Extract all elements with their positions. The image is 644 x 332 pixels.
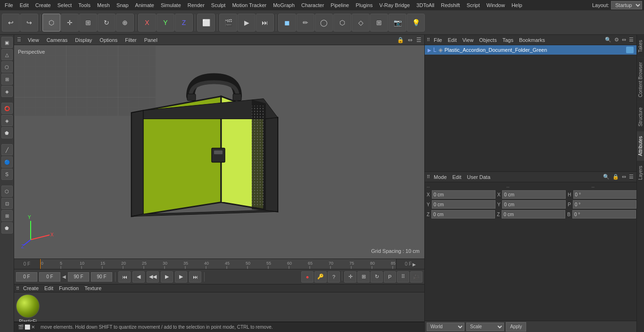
reverse-play-btn[interactable]: ◀◀ xyxy=(147,271,159,283)
sidebar-polygon-mode[interactable]: ⬡ xyxy=(1,61,13,73)
viewport-menu-panel[interactable]: Panel xyxy=(142,36,159,44)
menu-file[interactable]: File xyxy=(2,1,16,9)
viewport-lock-icon[interactable]: 🔒 xyxy=(396,37,405,43)
undo-btn[interactable]: ↩ xyxy=(2,14,20,32)
attr-lock-icon[interactable]: 🔒 xyxy=(611,173,620,180)
timeline-ruler[interactable]: 0 F 0 5 10 15 xyxy=(14,259,424,269)
obj-menu-icon[interactable]: ☰ xyxy=(628,36,635,43)
scale-dropdown[interactable]: Scale xyxy=(466,323,504,331)
grid-btn[interactable]: ⊞ xyxy=(370,14,388,32)
obj-settings-icon[interactable]: ⚙ xyxy=(613,36,620,43)
light-btn[interactable]: 💡 xyxy=(407,14,425,32)
obj-search-icon[interactable]: 🔍 xyxy=(604,36,612,43)
obj-item-folder[interactable]: ▶ L ◈ Plastic_Accordion_Document_Folder_… xyxy=(425,45,636,55)
move-tool-btn[interactable]: ✛ xyxy=(61,14,79,32)
attr-z-rot[interactable] xyxy=(502,210,565,219)
obj-menu-bookmarks[interactable]: Bookmarks xyxy=(517,36,547,44)
sidebar-object-mode[interactable]: ▣ xyxy=(1,37,13,48)
sidebar-tool9[interactable]: ⊞ xyxy=(1,210,13,221)
playback-preview-start[interactable] xyxy=(39,272,60,282)
field-btn[interactable]: ◇ xyxy=(352,14,370,32)
sidebar-tool5[interactable]: 🔵 xyxy=(1,156,13,168)
obj-menu-edit[interactable]: Edit xyxy=(446,36,459,44)
obj-menu-view[interactable]: View xyxy=(461,36,476,44)
attr-y-rot[interactable] xyxy=(502,200,566,209)
sidebar-tool8[interactable]: ⊡ xyxy=(1,198,13,209)
step-forward-btn[interactable]: ▶ xyxy=(175,271,187,283)
axis-x-btn[interactable]: X xyxy=(138,14,156,32)
menu-vray[interactable]: V-Ray Bridge xyxy=(377,1,413,9)
dots-btn[interactable]: ⠿ xyxy=(397,271,409,283)
play-btn[interactable]: ▶ xyxy=(161,271,173,283)
mat-menu-create[interactable]: Create xyxy=(21,284,41,292)
sidebar-tool7[interactable]: ⬡ xyxy=(1,186,13,197)
object-btn[interactable]: ⬜ xyxy=(197,14,215,32)
timeline-track[interactable]: 0 5 10 15 20 25 30 35 xyxy=(40,259,396,269)
menu-character[interactable]: Character xyxy=(298,1,327,9)
menu-mograph[interactable]: MoGraph xyxy=(270,1,297,9)
attr-menu-edit[interactable]: Edit xyxy=(451,173,463,181)
side-tab-content-browser[interactable]: Content Browser xyxy=(637,57,644,102)
viewport-menu-options[interactable]: Options xyxy=(98,36,119,44)
attr-search-icon[interactable]: 🔍 xyxy=(602,173,611,180)
menu-edit[interactable]: Edit xyxy=(17,1,32,9)
menu-3dtoall[interactable]: 3DToAll xyxy=(413,1,437,9)
cube-btn[interactable]: ◼ xyxy=(278,14,296,32)
menu-snap[interactable]: Snap xyxy=(114,1,132,9)
menu-window[interactable]: Window xyxy=(484,1,508,9)
scale-tool-btn[interactable]: ⊞ xyxy=(79,14,97,32)
playback-preview-end[interactable] xyxy=(68,272,89,282)
move-tool-tb[interactable]: ✛ xyxy=(344,271,356,283)
side-tab-attributes[interactable]: Attributes xyxy=(637,131,644,161)
sidebar-mode5[interactable]: ◈ xyxy=(1,86,13,97)
attr-z-pos[interactable] xyxy=(431,210,495,219)
timeline-end-arrow[interactable]: ▸ xyxy=(413,260,416,268)
sidebar-tool10[interactable]: ⬟ xyxy=(1,222,13,234)
rotate-tool-tb[interactable]: ↻ xyxy=(371,271,383,283)
obj-menu-tags[interactable]: Tags xyxy=(501,36,515,44)
material-item[interactable]: PlasticFi xyxy=(16,294,40,324)
pen-btn[interactable]: ✏ xyxy=(297,14,314,32)
rotate-tool-btn[interactable]: ↻ xyxy=(98,14,116,32)
camera-btn[interactable]: 🎥 xyxy=(410,271,422,283)
goto-start-btn[interactable]: ⏮ xyxy=(118,271,131,283)
menu-sculpt[interactable]: Sculpt xyxy=(208,1,229,9)
all-transform-btn[interactable]: ⊕ xyxy=(116,14,134,32)
menu-script[interactable]: Script xyxy=(464,1,483,9)
attr-x-pos[interactable] xyxy=(432,190,495,199)
viewport-menu-icon[interactable]: ☰ xyxy=(415,37,422,43)
status-icon-2[interactable]: ⬜ xyxy=(25,324,30,330)
side-tab-structure[interactable]: Structure xyxy=(637,102,644,131)
attr-menu-userdata[interactable]: User Data xyxy=(465,173,493,181)
menu-pipeline[interactable]: Pipeline xyxy=(328,1,352,9)
side-tab-layers[interactable]: Layers xyxy=(637,161,644,185)
deformer-btn[interactable]: ⬡ xyxy=(333,14,351,32)
side-tab-takes[interactable]: Takes xyxy=(637,35,644,57)
attr-h[interactable] xyxy=(573,190,637,199)
menu-tools[interactable]: Tools xyxy=(75,1,93,9)
menu-create[interactable]: Create xyxy=(33,1,54,9)
sidebar-tool6[interactable]: S xyxy=(1,169,13,180)
mat-menu-texture[interactable]: Texture xyxy=(83,284,103,292)
attr-arrows-icon[interactable]: ⇔ xyxy=(621,173,627,180)
apply-button[interactable]: Apply xyxy=(506,322,526,332)
render-all-btn[interactable]: ⏭ xyxy=(256,14,274,32)
3d-viewport[interactable]: Perspective X Y Z Grid Spacing : 10 cm xyxy=(14,45,424,259)
redo-btn[interactable]: ↪ xyxy=(20,14,38,32)
sidebar-tool2[interactable]: ◈ xyxy=(1,115,13,126)
attr-y-pos[interactable] xyxy=(432,200,495,209)
sidebar-tool4[interactable]: ╱ xyxy=(1,144,13,155)
attr-menu-mode[interactable]: Mode xyxy=(432,173,449,181)
keyframe-btn[interactable]: 🔑 xyxy=(314,271,327,283)
menu-render[interactable]: Render xyxy=(185,1,207,9)
sidebar-uvw-mode[interactable]: ⊞ xyxy=(1,73,13,85)
menu-simulate[interactable]: Simulate xyxy=(158,1,184,9)
mat-menu-edit[interactable]: Edit xyxy=(42,284,55,292)
menu-help[interactable]: Help xyxy=(509,1,525,9)
cam-btn[interactable]: 📷 xyxy=(388,14,406,32)
step-back-btn[interactable]: ◀ xyxy=(132,271,145,283)
sidebar-tool3[interactable]: ⬟ xyxy=(1,127,13,138)
mat-menu-function[interactable]: Function xyxy=(57,284,81,292)
smooth-btn[interactable]: ◯ xyxy=(315,14,333,32)
material-thumbnail[interactable] xyxy=(16,294,40,318)
